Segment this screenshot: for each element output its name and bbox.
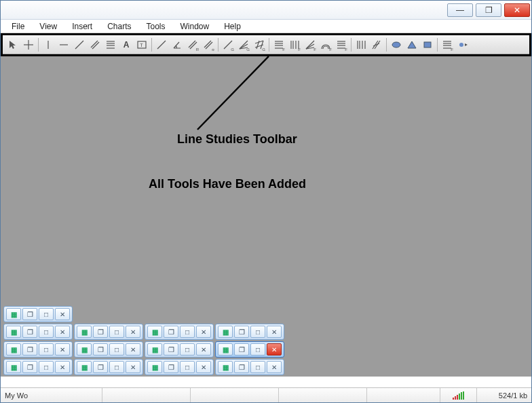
- cycle-lines-icon[interactable]: [354, 37, 368, 52]
- mdi-restore-button[interactable]: ❐: [93, 343, 108, 356]
- mdi-close-button[interactable]: ✕: [55, 361, 70, 373]
- ellipse-icon[interactable]: [389, 37, 404, 52]
- menu-window[interactable]: Window: [174, 20, 216, 33]
- mdi-app-icon[interactable]: ▦: [147, 343, 162, 356]
- mdi-restore-button[interactable]: ❐: [22, 343, 37, 356]
- mdi-maximize-button[interactable]: □: [250, 343, 265, 356]
- mdi-child-window[interactable]: ▦❐□✕: [145, 324, 214, 340]
- mdi-close-button[interactable]: ✕: [196, 361, 211, 373]
- mdi-app-icon[interactable]: ▦: [77, 343, 92, 356]
- mdi-maximize-button[interactable]: □: [180, 343, 195, 356]
- maximize-button[interactable]: ❐: [476, 3, 501, 17]
- mdi-restore-button[interactable]: ❐: [234, 343, 249, 356]
- mdi-maximize-button[interactable]: □: [250, 326, 265, 338]
- mdi-child-window[interactable]: ▦❐□✕: [215, 341, 284, 358]
- gann-line-icon[interactable]: G: [221, 37, 235, 52]
- horizontal-line-icon[interactable]: [56, 37, 71, 52]
- mdi-close-button[interactable]: ✕: [126, 361, 140, 373]
- mdi-maximize-button[interactable]: □: [109, 343, 124, 356]
- mdi-child-window[interactable]: ▦❐□✕: [74, 359, 143, 375]
- mdi-restore-button[interactable]: ❐: [22, 308, 37, 320]
- mdi-child-window[interactable]: ▦❐□✕: [3, 306, 73, 322]
- trendline-icon[interactable]: [72, 37, 87, 52]
- linear-regression-icon[interactable]: R: [185, 37, 200, 52]
- gann-grid-icon[interactable]: G: [252, 37, 267, 52]
- equidistant-channel-icon[interactable]: [88, 37, 102, 52]
- mdi-child-window[interactable]: ▦❐□✕: [3, 341, 73, 358]
- mdi-app-icon[interactable]: ▦: [77, 361, 92, 373]
- mdi-restore-button[interactable]: ❐: [164, 343, 178, 356]
- fibo-fan-icon[interactable]: F: [303, 37, 318, 52]
- mdi-maximize-button[interactable]: □: [180, 361, 195, 373]
- mdi-restore-button[interactable]: ❐: [234, 361, 249, 373]
- mdi-maximize-button[interactable]: □: [109, 326, 124, 338]
- mdi-close-button[interactable]: ✕: [196, 343, 211, 356]
- menu-view[interactable]: View: [33, 20, 64, 33]
- fibo-timezones-icon[interactable]: F: [287, 37, 302, 52]
- mdi-app-icon[interactable]: ▦: [77, 326, 92, 338]
- mdi-close-button[interactable]: ✕: [55, 308, 70, 320]
- mdi-maximize-button[interactable]: □: [39, 308, 54, 320]
- mdi-restore-button[interactable]: ❐: [234, 326, 249, 338]
- rectangle-icon[interactable]: [420, 37, 435, 52]
- mdi-close-button[interactable]: ✕: [267, 343, 282, 356]
- text-label-icon[interactable]: T: [134, 37, 149, 52]
- mdi-maximize-button[interactable]: □: [39, 326, 54, 338]
- mdi-child-window[interactable]: ▦❐□✕: [74, 341, 143, 358]
- mdi-child-window[interactable]: ▦❐□✕: [3, 359, 73, 375]
- mdi-app-icon[interactable]: ▦: [218, 361, 233, 373]
- trend-by-angle-icon[interactable]: [154, 37, 169, 52]
- mdi-maximize-button[interactable]: □: [109, 361, 124, 373]
- mdi-child-window[interactable]: ▦❐□✕: [145, 359, 214, 375]
- mdi-app-icon[interactable]: ▦: [147, 361, 162, 373]
- mdi-app-icon[interactable]: ▦: [6, 326, 21, 338]
- text-icon[interactable]: A: [119, 37, 134, 52]
- mdi-maximize-button[interactable]: □: [250, 361, 265, 373]
- mdi-maximize-button[interactable]: □: [180, 326, 195, 338]
- mdi-child-window[interactable]: ▦❐□✕: [3, 324, 73, 340]
- triangle-icon[interactable]: [404, 37, 419, 52]
- mdi-restore-button[interactable]: ❐: [164, 326, 178, 338]
- mdi-app-icon[interactable]: ▦: [147, 326, 162, 338]
- mdi-close-button[interactable]: ✕: [126, 326, 140, 338]
- mdi-child-window[interactable]: ▦❐□✕: [215, 324, 284, 340]
- andrews-pitchfork-icon[interactable]: [369, 37, 384, 52]
- menu-charts[interactable]: Charts: [100, 20, 138, 33]
- mdi-app-icon[interactable]: ▦: [6, 343, 21, 356]
- fibo-retracement-icon[interactable]: [103, 37, 118, 52]
- vertical-line-icon[interactable]: [41, 37, 56, 52]
- mdi-restore-button[interactable]: ❐: [93, 361, 108, 373]
- fibo-channel-icon[interactable]: F: [271, 37, 286, 52]
- arrows-icon[interactable]: [455, 37, 470, 52]
- mdi-app-icon[interactable]: ▦: [6, 308, 21, 320]
- menu-file[interactable]: File: [5, 20, 31, 33]
- mdi-maximize-button[interactable]: □: [39, 343, 54, 356]
- mdi-close-button[interactable]: ✕: [126, 343, 140, 356]
- mdi-child-window[interactable]: ▦❐□✕: [145, 341, 214, 358]
- fibo-tool-icon[interactable]: F: [440, 37, 455, 52]
- mdi-restore-button[interactable]: ❐: [93, 326, 108, 338]
- crosshair-icon[interactable]: [21, 37, 36, 52]
- mdi-app-icon[interactable]: ▦: [6, 361, 21, 373]
- fibo-arcs-icon[interactable]: F: [318, 37, 333, 52]
- fibo-expansion-icon[interactable]: F: [334, 37, 349, 52]
- menu-help[interactable]: Help: [217, 20, 248, 33]
- mdi-app-icon[interactable]: ▦: [218, 326, 233, 338]
- gann-fan-icon[interactable]: G: [236, 37, 251, 52]
- mdi-close-button[interactable]: ✕: [55, 326, 70, 338]
- stddev-channel-icon[interactable]: σ: [201, 37, 216, 52]
- mdi-child-window[interactable]: ▦❐□✕: [74, 324, 143, 340]
- mdi-app-icon[interactable]: ▦: [218, 343, 233, 356]
- minimize-button[interactable]: —: [447, 3, 473, 17]
- mdi-close-button[interactable]: ✕: [267, 326, 282, 338]
- angle-icon[interactable]: [170, 37, 185, 52]
- close-button[interactable]: ✕: [504, 3, 530, 17]
- cursor-icon[interactable]: [5, 37, 20, 52]
- mdi-close-button[interactable]: ✕: [267, 361, 282, 373]
- mdi-restore-button[interactable]: ❐: [22, 361, 37, 373]
- menu-tools[interactable]: Tools: [140, 20, 172, 33]
- mdi-restore-button[interactable]: ❐: [22, 326, 37, 338]
- mdi-close-button[interactable]: ✕: [55, 343, 70, 356]
- mdi-close-button[interactable]: ✕: [196, 326, 211, 338]
- mdi-restore-button[interactable]: ❐: [164, 361, 178, 373]
